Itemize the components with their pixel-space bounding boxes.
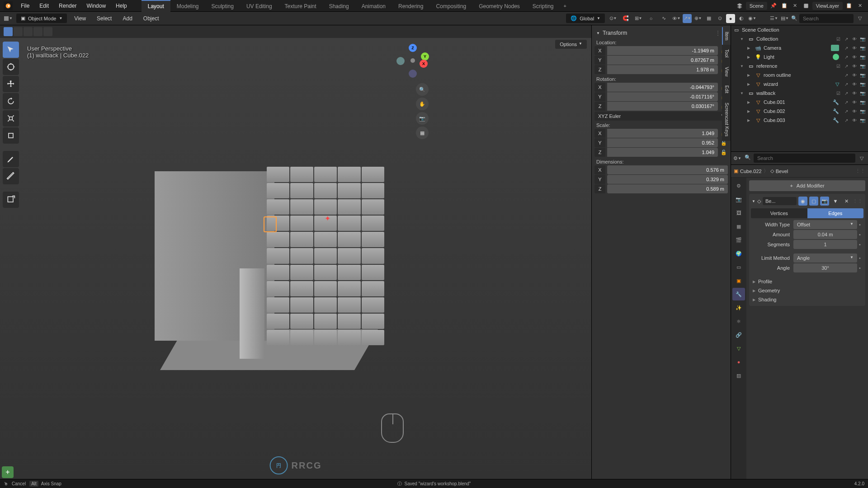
prop-pin-icon[interactable]: • xyxy=(859,265,863,271)
workspace-scripting[interactable]: Scripting xyxy=(526,0,560,12)
tree-expand-icon[interactable]: ▶ xyxy=(747,109,753,113)
scene-name-field[interactable]: Scene xyxy=(746,2,767,10)
outliner-wizard[interactable]: ▶ ▽ wizard ▽ ↗ 👁 📷 xyxy=(731,80,868,89)
checkbox-toggle[interactable]: ☑ xyxy=(835,62,842,70)
snap-type-icon[interactable]: ⊞▼ xyxy=(634,14,643,23)
shading-rendered-icon[interactable]: ◉▼ xyxy=(748,14,757,23)
viewlayer-browse-icon[interactable] xyxy=(802,1,811,10)
workspace-geometry-nodes[interactable]: Geometry Nodes xyxy=(472,0,526,12)
visibility-toggle[interactable]: 👁 xyxy=(851,53,858,61)
menu-edit[interactable]: Edit xyxy=(35,1,53,11)
prop-pin-icon[interactable]: • xyxy=(859,242,863,247)
prop-tab-scene[interactable]: 🎬 xyxy=(732,234,745,246)
render-toggle[interactable]: 📷 xyxy=(859,89,866,97)
viewlayer-delete-icon[interactable]: ✕ xyxy=(855,1,864,10)
mod-edit-mode-icon[interactable]: ◉ xyxy=(798,197,807,206)
select-mode-4[interactable] xyxy=(33,27,42,36)
breadcrumb-object[interactable]: Cube.022 xyxy=(740,169,762,174)
exclude-toggle[interactable]: ↗ xyxy=(843,44,850,52)
menu-window[interactable]: Window xyxy=(82,1,110,11)
orientation-dropdown[interactable]: 🌐 Global ▼ xyxy=(566,14,605,23)
n-tab-view[interactable]: View xyxy=(722,62,731,81)
outliner-cube002[interactable]: ▶ ▽ Cube.002 🔧 ↗ 👁 📷 xyxy=(731,107,868,116)
workspace-animation[interactable]: Animation xyxy=(355,0,392,12)
prop-tab-modifiers[interactable]: 🔧 xyxy=(732,288,745,300)
shading-material-icon[interactable]: ◐ xyxy=(737,14,746,23)
outliner-collection[interactable]: ▼ ▭ Collection ☑ ↗ 👁 📷 xyxy=(731,34,868,43)
prop-tab-texture[interactable]: ▨ xyxy=(732,369,745,382)
filter-icon[interactable]: ▽ xyxy=(855,14,864,23)
exclude-toggle[interactable]: ↗ xyxy=(843,62,850,70)
tool-add-cube[interactable] xyxy=(3,192,19,208)
angle-field[interactable]: 30° xyxy=(793,263,857,272)
visibility-toggle[interactable]: 👁 xyxy=(851,108,858,115)
menu-object[interactable]: Object xyxy=(140,14,163,23)
render-toggle[interactable]: 📷 xyxy=(859,80,866,88)
loc-z-field[interactable]: 1.978 m xyxy=(607,65,718,74)
tree-expand-icon[interactable]: ▼ xyxy=(740,91,745,95)
segments-field[interactable]: 1 xyxy=(793,240,857,249)
n-tab-edit[interactable]: Edit xyxy=(722,81,731,98)
render-toggle[interactable]: 📷 xyxy=(859,35,866,42)
prop-pin-icon[interactable]: • xyxy=(859,255,863,261)
render-toggle[interactable]: 📷 xyxy=(859,99,866,106)
tool-move[interactable] xyxy=(3,76,19,92)
menu-view[interactable]: View xyxy=(71,14,90,23)
visibility-toggle[interactable]: 👁 xyxy=(851,80,858,88)
workspace-sculpting[interactable]: Sculpting xyxy=(205,0,240,12)
render-toggle[interactable]: 📷 xyxy=(859,108,866,115)
visibility-toggle[interactable]: 👁 xyxy=(851,117,858,124)
prop-tab-output[interactable]: 🖼 xyxy=(732,206,745,219)
outliner-cube003[interactable]: ▶ ▽ Cube.003 🔧 ↗ 👁 📷 xyxy=(731,116,868,125)
rotation-mode-dropdown[interactable]: XYZ Euler ▼ xyxy=(594,112,728,121)
menu-select[interactable]: Select xyxy=(93,14,115,23)
properties-search-input[interactable] xyxy=(754,154,855,163)
transform-panel-header[interactable]: Transform ⋮⋮ xyxy=(594,28,728,38)
viewport-options-button[interactable]: Options ▼ xyxy=(555,40,587,49)
menu-add[interactable]: Add xyxy=(119,14,136,23)
prop-tab-tool[interactable]: ⚙ xyxy=(732,179,745,192)
prop-tab-physics[interactable]: ⚛ xyxy=(732,315,745,328)
scene-browse-icon[interactable] xyxy=(735,1,744,10)
tool-scale[interactable] xyxy=(3,110,19,127)
panel-grip-icon[interactable]: ⋮⋮ xyxy=(853,198,863,204)
loc-x-field[interactable]: -1.1949 m xyxy=(607,46,718,55)
add-modifier-button[interactable]: + Add Modifier xyxy=(749,180,865,191)
mod-dropdown-icon[interactable]: ▼ xyxy=(831,197,840,206)
visibility-toggle[interactable]: 👁 xyxy=(851,99,858,106)
prop-tab-particles[interactable]: ✨ xyxy=(732,301,745,314)
scene-pin-icon[interactable]: 📌 xyxy=(769,1,778,10)
visibility-toggle[interactable]: 👁 xyxy=(851,71,858,79)
outliner-reference[interactable]: ▼ ▭ reference ☑ ↗ 👁 📷 xyxy=(731,61,868,70)
proportional-icon[interactable]: ○ xyxy=(646,14,656,23)
scale-z-field[interactable]: 1.049 xyxy=(607,148,718,157)
outliner-light[interactable]: ▶ 💡 Light ↗ 👁 📷 xyxy=(731,52,868,61)
tool-transform[interactable] xyxy=(3,127,19,144)
visibility-toggle[interactable]: 👁 xyxy=(851,62,858,70)
workspace-shading[interactable]: Shading xyxy=(323,0,355,12)
shading-wire-icon[interactable]: ⊙ xyxy=(715,14,724,23)
gizmo-neg-y[interactable] xyxy=(396,57,405,65)
tool-measure[interactable] xyxy=(3,168,19,184)
tree-expand-icon[interactable]: ▶ xyxy=(747,82,753,86)
outliner-search-input[interactable] xyxy=(799,14,854,23)
mod-render-icon[interactable]: 📷 xyxy=(820,197,829,206)
bevel-edges-tab[interactable]: Edges xyxy=(807,208,864,218)
prop-tab-object[interactable]: ▣ xyxy=(732,274,745,287)
exclude-toggle[interactable]: ↗ xyxy=(843,99,850,106)
select-mode-2[interactable] xyxy=(14,27,23,36)
camera-button[interactable]: 📷 xyxy=(416,112,429,125)
workspace-texture-paint[interactable]: Texture Paint xyxy=(278,0,323,12)
exclude-toggle[interactable]: ↗ xyxy=(843,80,850,88)
outliner-camera[interactable]: ▶ 📹 Camera ↗ 👁 📷 xyxy=(731,43,868,52)
viewlayer-new-icon[interactable]: 📋 xyxy=(844,1,854,10)
workspace-add-button[interactable]: + xyxy=(560,1,570,10)
outliner-wallback[interactable]: ▼ ▭ wallback ☑ ↗ 👁 📷 xyxy=(731,89,868,98)
tree-expand-icon[interactable]: ▶ xyxy=(747,46,753,50)
amount-field[interactable]: 0.04 m xyxy=(793,230,857,239)
checkbox-toggle[interactable]: ☑ xyxy=(835,89,842,97)
add-on-badge[interactable]: + xyxy=(2,466,14,478)
properties-editor-icon[interactable]: ⚙▼ xyxy=(733,154,742,163)
tool-annotate[interactable] xyxy=(3,151,19,167)
tool-rotate[interactable] xyxy=(3,93,19,109)
